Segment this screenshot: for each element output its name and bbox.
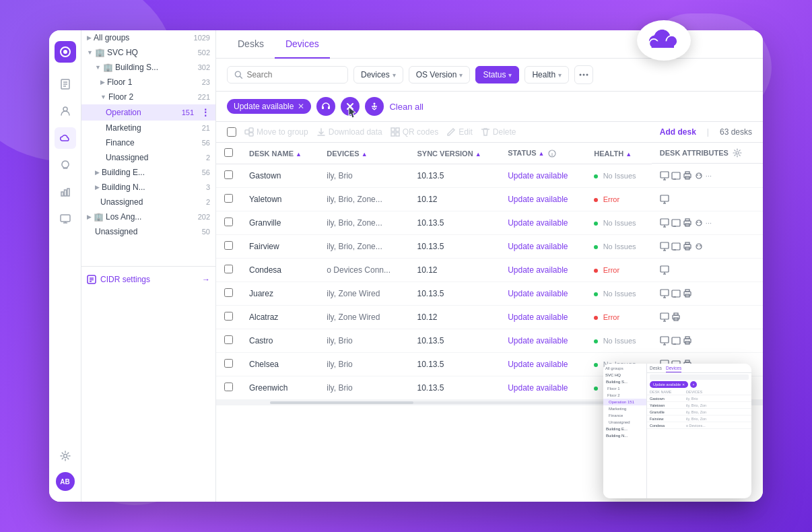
tree-item-unassigned2[interactable]: Unassigned 2 (81, 195, 215, 209)
health-dot (594, 174, 598, 178)
row-checkbox[interactable] (224, 265, 233, 273)
filter-chip-health[interactable]: Health ▾ (525, 66, 569, 84)
desk-name-cell: Greenwich (241, 376, 318, 400)
health-cell: Error (586, 188, 652, 211)
desk-name-cell: Yaletown (241, 188, 318, 211)
monitor-icon (660, 171, 669, 180)
svg-point-4 (63, 50, 67, 54)
settings-icon[interactable] (733, 148, 742, 158)
svg-rect-13 (67, 189, 69, 196)
tab-devices[interactable]: Devices (275, 30, 330, 59)
devices-cell: ily, Brio, Zone... (318, 235, 409, 259)
tab-desks[interactable]: Desks (227, 30, 275, 59)
row-checkbox[interactable] (224, 383, 233, 391)
row-checkbox[interactable] (224, 218, 233, 226)
row-checkbox[interactable] (224, 241, 233, 250)
more-options-button[interactable] (574, 65, 593, 84)
nav-icon-bulb[interactable] (55, 154, 76, 176)
header-sync-version[interactable]: SYNC VERSION ▲ (409, 143, 500, 164)
settings-icon[interactable] (55, 445, 76, 467)
tree-item-marketing[interactable]: Marketing 21 (81, 121, 215, 135)
tree-arrow: ▶ (87, 34, 92, 41)
filter-chip-devices[interactable]: Devices ▾ (353, 66, 403, 84)
edit-button[interactable]: Edit (446, 127, 473, 137)
delete-button[interactable]: Delete (481, 127, 516, 137)
toolbar: Move to group Download data QR codes (216, 122, 763, 143)
row-checkbox[interactable] (224, 335, 233, 344)
tree-item-unassigned3[interactable]: Unassigned 50 (81, 224, 215, 239)
tree-label: Operation (106, 108, 174, 117)
tree-item-floor2[interactable]: ▼ Floor 2 221 (81, 90, 215, 104)
divider: | (707, 127, 709, 137)
building-icon: 🏢 (103, 63, 113, 72)
nav-icon-monitor[interactable] (55, 208, 76, 230)
devices-cell: o Devices Conn... (318, 259, 409, 282)
row-checkbox[interactable] (224, 170, 233, 179)
header-health[interactable]: HEALTH ▲ (586, 143, 652, 164)
download-data-button[interactable]: Download data (316, 127, 382, 137)
nav-icon-person[interactable] (55, 100, 76, 122)
health-label: Error (603, 313, 619, 321)
row-checkbox[interactable] (224, 288, 233, 297)
qr-codes-button[interactable]: QR codes (391, 127, 438, 137)
health-label: No Issues (603, 219, 636, 227)
filter-accessibility-icon[interactable] (365, 97, 384, 116)
user-avatar[interactable]: AB (56, 472, 75, 491)
nav-icon-chart[interactable] (55, 181, 76, 203)
add-desk-button[interactable]: Add desk (660, 127, 696, 137)
svg-rect-38 (249, 133, 253, 136)
move-to-group-button[interactable]: Move to group (244, 127, 308, 137)
header-desk-name[interactable]: DESK NAME ▲ (241, 143, 318, 164)
scroll-thumb[interactable] (270, 401, 413, 404)
scroll-track[interactable] (270, 401, 628, 404)
header-status[interactable]: STATUS ▲ i (500, 143, 586, 164)
tree-item-unassigned1[interactable]: Unassigned 2 (81, 150, 215, 165)
svg-rect-43 (396, 133, 399, 136)
screen-icon (671, 289, 681, 298)
more-attrs[interactable]: ··· (706, 172, 712, 180)
tree-item-finance[interactable]: Finance 56 (81, 135, 215, 150)
row-checkbox-cell (216, 353, 241, 376)
svg-rect-93 (685, 290, 689, 292)
tree-label: SVC HQ (107, 48, 193, 57)
status-cell: Update available (500, 282, 586, 306)
delete-label: Delete (493, 127, 516, 137)
tree-item-operation[interactable]: Operation 151 ⋮ (81, 104, 215, 121)
filter-tag-close[interactable]: ✕ (298, 102, 304, 111)
select-all-checkbox[interactable] (227, 127, 236, 137)
desk-attributes-cell (652, 306, 763, 329)
filter-chip-status[interactable]: Status ▾ (475, 66, 519, 84)
tree-dots[interactable]: ⋮ (201, 107, 210, 118)
nav-icon-book[interactable] (55, 73, 76, 95)
filter-chip-os-version[interactable]: OS Version ▾ (409, 66, 471, 84)
header-checkbox-input[interactable] (224, 148, 233, 157)
search-input[interactable] (246, 70, 341, 79)
row-checkbox[interactable] (224, 359, 233, 368)
tree-item-floor1[interactable]: ▶ Floor 1 23 (81, 75, 215, 90)
tree-item-los-ang[interactable]: ▶ 🏢 Los Ang... 202 (81, 209, 215, 224)
filter-health-label: Health (532, 70, 555, 79)
clean-all-button[interactable]: Clean all (389, 102, 424, 112)
health-label: No Issues (603, 172, 636, 180)
status-cell: Update available (500, 329, 586, 353)
filter-bar: Devices ▾ OS Version ▾ Status ▾ Health ▾ (216, 59, 763, 92)
row-checkbox[interactable] (224, 194, 233, 203)
cidr-settings-link[interactable]: CIDR settings → (81, 266, 215, 292)
search-box[interactable] (227, 66, 348, 84)
tree-item-all-groups[interactable]: ▶ All groups 1029 (81, 30, 215, 45)
filter-close-bubble[interactable] (341, 97, 360, 116)
svg-rect-40 (391, 128, 395, 131)
tree-item-svc-hq[interactable]: ▼ 🏢 SVC HQ 502 (81, 45, 215, 60)
row-checkbox[interactable] (224, 312, 233, 321)
filter-status-label: Status (483, 70, 506, 79)
filter-headset-icon[interactable] (316, 97, 335, 116)
tree-item-building-s[interactable]: ▼ 🏢 Building S... 302 (81, 60, 215, 75)
header-devices[interactable]: DEVICES ▲ (318, 143, 409, 164)
tree-item-building-e[interactable]: ▶ Building E... 56 (81, 165, 215, 180)
row-checkbox-cell (216, 259, 241, 282)
more-attrs[interactable]: ··· (706, 219, 712, 227)
tree-item-building-n[interactable]: ▶ Building N... 3 (81, 180, 215, 195)
tree-count: 21 (202, 124, 210, 132)
nav-icon-cloud[interactable] (55, 127, 76, 149)
screen-icon (671, 218, 681, 228)
